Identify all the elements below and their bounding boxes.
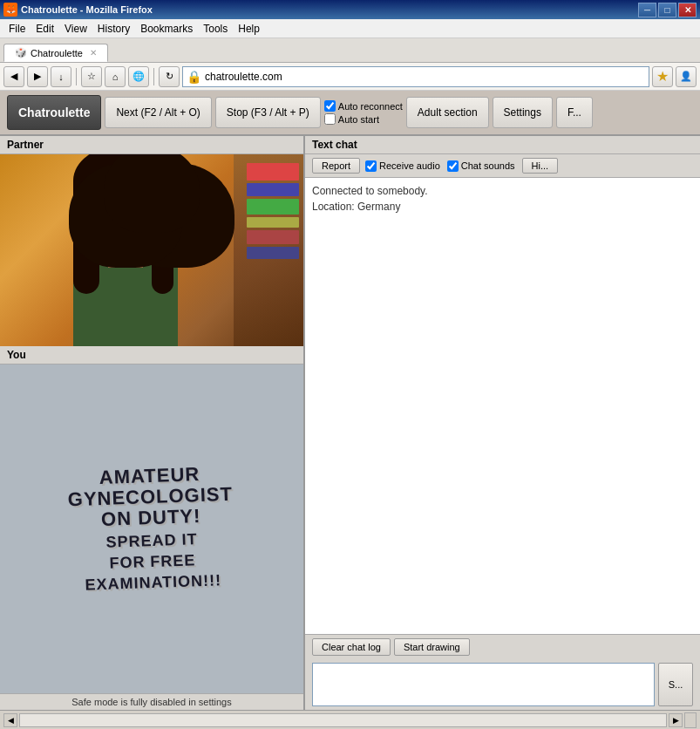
sign-text: AMATEURGYNECOLOGISTON DUTY!SPREAD ITFOR … bbox=[67, 463, 236, 596]
tab-label: Chatroulette bbox=[31, 48, 83, 58]
chat-messages: Connected to somebody. Location: Germany bbox=[305, 178, 700, 634]
menu-help[interactable]: Help bbox=[233, 21, 265, 37]
start-drawing-button[interactable]: Start drawing bbox=[394, 638, 470, 656]
you-section: You AMATEURGYNECOLOGISTON DUTY!SPREAD IT… bbox=[0, 346, 303, 710]
nav-separator-2 bbox=[153, 68, 154, 85]
menu-bookmarks[interactable]: Bookmarks bbox=[135, 21, 198, 37]
home-button[interactable]: ⌂ bbox=[105, 66, 126, 87]
you-video: AMATEURGYNECOLOGISTON DUTY!SPREAD ITFOR … bbox=[0, 364, 303, 693]
menu-edit[interactable]: Edit bbox=[31, 21, 59, 37]
globe-button[interactable]: 🌐 bbox=[128, 66, 149, 87]
nav-separator-1 bbox=[76, 68, 77, 85]
chat-options: Receive audio Chat sounds Hi... bbox=[365, 158, 558, 174]
safe-mode-notice: Safe mode is fully disabled in settings bbox=[0, 693, 303, 710]
next-button[interactable]: Next (F2 / Alt + O) bbox=[105, 97, 211, 128]
status-text bbox=[684, 712, 697, 728]
chat-actions: Clear chat log Start drawing bbox=[305, 635, 700, 659]
window-controls: ─ □ ✕ bbox=[638, 3, 697, 17]
minimize-button[interactable]: ─ bbox=[638, 3, 656, 17]
favorites-star-button[interactable]: ★ bbox=[652, 66, 673, 87]
scroll-right-button[interactable]: ▶ bbox=[669, 713, 683, 727]
right-panel: Text chat Report Receive audio Chat soun… bbox=[305, 136, 700, 710]
menu-file[interactable]: File bbox=[3, 21, 31, 37]
fullscreen-button[interactable]: F... bbox=[556, 97, 593, 128]
tab-close-icon[interactable]: ✕ bbox=[90, 48, 97, 58]
app-title-button[interactable]: Chatroulette bbox=[7, 95, 101, 130]
auto-options: Auto reconnect Auto start bbox=[324, 100, 403, 125]
chat-input[interactable] bbox=[312, 663, 655, 706]
text-chat-header: Text chat bbox=[305, 136, 700, 154]
partner-video bbox=[0, 154, 303, 346]
auto-reconnect-checkbox[interactable] bbox=[324, 100, 336, 112]
refresh-button[interactable]: ↻ bbox=[159, 66, 180, 87]
history-button[interactable]: Hi... bbox=[522, 158, 559, 174]
receive-audio-item[interactable]: Receive audio bbox=[365, 160, 440, 172]
back-button[interactable]: ◀ bbox=[3, 66, 24, 87]
chat-message-1: Location: Germany bbox=[312, 201, 693, 213]
title-bar: 🦊 Chatroulette - Mozilla Firefox ─ □ ✕ bbox=[0, 0, 700, 19]
settings-button[interactable]: Settings bbox=[493, 97, 553, 128]
close-button[interactable]: ✕ bbox=[678, 3, 697, 17]
adult-section-button[interactable]: Adult section bbox=[406, 97, 489, 128]
tab-chatroulette[interactable]: 🎲 Chatroulette ✕ bbox=[3, 44, 108, 62]
partner-header: Partner bbox=[0, 136, 303, 154]
stop-button[interactable]: Stop (F3 / Alt + P) bbox=[215, 97, 321, 128]
status-bar: ◀ ▶ bbox=[0, 710, 700, 729]
receive-audio-checkbox[interactable] bbox=[365, 160, 377, 172]
auto-start-checkbox[interactable] bbox=[324, 113, 336, 125]
report-button[interactable]: Report bbox=[312, 158, 360, 174]
maximize-button[interactable]: □ bbox=[658, 3, 676, 17]
scroll-left-button[interactable]: ◀ bbox=[3, 713, 17, 727]
scrollbar-track[interactable] bbox=[19, 713, 667, 727]
address-bar[interactable]: 🔒 bbox=[182, 66, 649, 87]
send-button[interactable]: S... bbox=[658, 663, 693, 706]
address-input[interactable] bbox=[205, 71, 645, 83]
chat-input-row: S... bbox=[305, 659, 700, 710]
you-header: You bbox=[0, 346, 303, 364]
menu-view[interactable]: View bbox=[59, 21, 92, 37]
auto-reconnect-label: Auto reconnect bbox=[338, 101, 403, 112]
clear-chat-button[interactable]: Clear chat log bbox=[312, 638, 391, 656]
partner-section: Partner bbox=[0, 136, 303, 346]
app-toolbar: Chatroulette Next (F2 / Alt + O) Stop (F… bbox=[0, 91, 700, 136]
chat-message-0: Connected to somebody. bbox=[312, 185, 693, 197]
you-video-bg: AMATEURGYNECOLOGISTON DUTY!SPREAD ITFOR … bbox=[0, 364, 303, 693]
forward-button[interactable]: ▶ bbox=[27, 66, 48, 87]
text-chat-title: Text chat bbox=[312, 139, 357, 151]
menu-bar: File Edit View History Bookmarks Tools H… bbox=[0, 19, 700, 38]
receive-audio-label: Receive audio bbox=[379, 160, 440, 171]
chat-controls: Report Receive audio Chat sounds Hi... bbox=[305, 154, 700, 178]
bookmark-button[interactable]: ☆ bbox=[81, 66, 102, 87]
window-title: Chatroulette - Mozilla Firefox bbox=[21, 4, 638, 15]
address-bar-icon: 🔒 bbox=[187, 70, 201, 84]
profile-button[interactable]: 👤 bbox=[676, 66, 697, 87]
menu-history[interactable]: History bbox=[92, 21, 135, 37]
chat-sounds-checkbox[interactable] bbox=[447, 160, 459, 172]
window-icon: 🦊 bbox=[3, 3, 17, 17]
auto-start-item[interactable]: Auto start bbox=[324, 113, 403, 125]
menu-tools[interactable]: Tools bbox=[198, 21, 233, 37]
download-button[interactable]: ↓ bbox=[51, 66, 71, 87]
chat-sounds-label: Chat sounds bbox=[461, 160, 515, 171]
auto-start-label: Auto start bbox=[338, 114, 379, 125]
chat-bottom: Clear chat log Start drawing S... bbox=[305, 634, 700, 710]
main-content: Partner bbox=[0, 136, 700, 710]
chat-sounds-item[interactable]: Chat sounds bbox=[447, 160, 515, 172]
tab-icon: 🎲 bbox=[15, 47, 27, 58]
tab-bar: 🎲 Chatroulette ✕ bbox=[0, 38, 700, 63]
auto-reconnect-item[interactable]: Auto reconnect bbox=[324, 100, 403, 112]
nav-bar: ◀ ▶ ↓ ☆ ⌂ 🌐 ↻ 🔒 ★ 👤 bbox=[0, 63, 700, 91]
left-panel: Partner bbox=[0, 136, 305, 710]
